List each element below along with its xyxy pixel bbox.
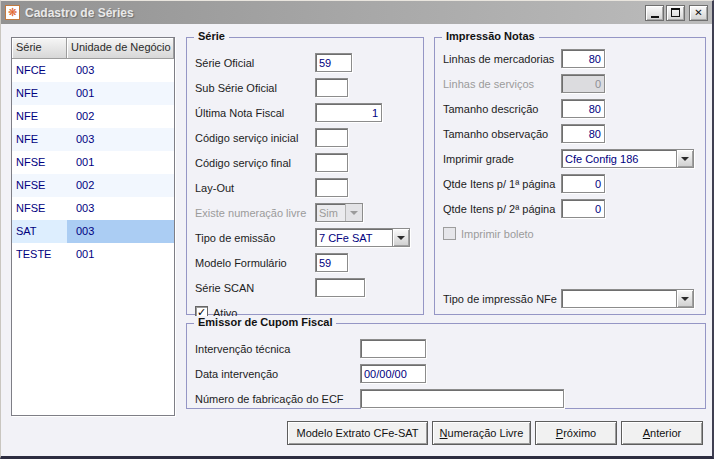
grid-cell-serie[interactable]: NFE <box>12 105 67 128</box>
ultima-nota-fiscal-label: Última Nota Fiscal <box>195 107 315 119</box>
proximo-button[interactable]: Próximo <box>535 421 617 445</box>
grid-column-header-unidade[interactable]: Unidade de Negócio <box>67 38 174 59</box>
tipo-de-emissao-label: Tipo de emissão <box>195 232 315 244</box>
tamanho-descricao-input[interactable]: 80 <box>561 99 605 118</box>
existe-numeracao-livre-dropdown: Sim <box>315 203 363 222</box>
grid-row-sat-003[interactable]: SAT003 <box>12 220 174 243</box>
qtde-itens-1a-pagina-label: Qtde Itens p/ 1ª página <box>443 178 561 190</box>
grid-cell-serie[interactable]: NFE <box>12 128 67 151</box>
modelo-extrato-cfe-sat-button[interactable]: Modelo Extrato CFe-SAT <box>287 421 428 445</box>
modelo-formulario-input[interactable]: 59 <box>315 253 348 272</box>
serie-fields: Série Oficial59Sub Série OficialÚltima N… <box>187 38 423 325</box>
grid-row-nfe-001[interactable]: NFE001 <box>12 82 174 105</box>
tipo-de-emissao-dropdown-button[interactable] <box>392 229 409 246</box>
chevron-down-icon <box>681 297 689 301</box>
linhas-de-mercadorias-input[interactable]: 80 <box>561 49 605 68</box>
grid-cell-unidade[interactable]: 003 <box>67 220 174 243</box>
grid-column-header-serie[interactable]: Série <box>12 38 67 59</box>
existe-numeracao-livre-value: Sim <box>316 207 345 219</box>
qtde-itens-2a-pagina-value: 0 <box>562 203 604 215</box>
intervencao-tecnica-label: Intervenção técnica <box>195 343 360 355</box>
imprimir-grade-label: Imprimir grade <box>443 153 561 165</box>
grid-row-nfse-002[interactable]: NFSE002 <box>12 174 174 197</box>
impressao-fields: Linhas de mercadorias80Linhas de serviço… <box>435 38 705 311</box>
grid-cell-serie[interactable]: NFE <box>12 82 67 105</box>
linhas-de-mercadorias-value: 80 <box>562 53 604 65</box>
groupbox-serie: Série Série Oficial59Sub Série OficialÚl… <box>186 37 424 315</box>
imprimir-grade-dropdown-button[interactable] <box>676 150 693 167</box>
serie-oficial-value: 59 <box>316 57 351 69</box>
data-intervencao-label: Data intervenção <box>195 368 360 380</box>
grid-rows: NFCE003NFE001NFE002NFE003NFSE001NFSE002N… <box>12 59 174 266</box>
grid-cell-unidade[interactable]: 003 <box>67 128 174 151</box>
ultima-nota-fiscal-input[interactable]: 1 <box>315 103 382 122</box>
grid-cell-unidade[interactable]: 002 <box>67 105 174 128</box>
linhas-de-mercadorias-label: Linhas de mercadorias <box>443 53 561 65</box>
grid-cell-serie[interactable]: NFSE <box>12 151 67 174</box>
tipo-de-impressao-nfe-dropdown-button[interactable] <box>676 290 693 307</box>
tipo-de-impressao-nfe-dropdown[interactable] <box>561 289 694 308</box>
numeracao-livre-button[interactable]: Numeração Livre <box>432 421 531 445</box>
linhas-de-servicos-value: 0 <box>562 78 604 90</box>
grid-cell-serie[interactable]: SAT <box>12 220 67 243</box>
grid-row-teste-001[interactable]: TESTE001 <box>12 243 174 266</box>
grid-cell-unidade[interactable]: 003 <box>67 59 174 82</box>
grid-row-nfe-002[interactable]: NFE002 <box>12 105 174 128</box>
grid-row-nfe-003[interactable]: NFE003 <box>12 128 174 151</box>
anterior-button[interactable]: Anterior <box>621 421 703 445</box>
data-intervencao-input[interactable]: 00/00/00 <box>360 364 426 383</box>
serie-oficial-label: Série Oficial <box>195 57 315 69</box>
lay-out-input[interactable] <box>315 178 348 197</box>
close-button[interactable]: ✕ <box>689 5 708 21</box>
serie-scan-input[interactable] <box>315 278 365 297</box>
tamanho-observacao-label: Tamanho observação <box>443 128 561 140</box>
grid-cell-serie[interactable]: TESTE <box>12 243 67 266</box>
grid-cell-unidade[interactable]: 003 <box>67 197 174 220</box>
linhas-de-servicos-input: 0 <box>561 74 605 93</box>
qtde-itens-2a-pagina-label: Qtde Itens p/ 2ª página <box>443 203 561 215</box>
grid-cell-unidade[interactable]: 001 <box>67 82 174 105</box>
series-grid: Série Unidade de Negócio NFCE003NFE001NF… <box>11 37 175 416</box>
chevron-down-icon <box>397 236 405 240</box>
minimize-button[interactable] <box>645 5 664 21</box>
grid-header: Série Unidade de Negócio <box>12 38 174 59</box>
grid-cell-unidade[interactable]: 002 <box>67 174 174 197</box>
qtde-itens-1a-pagina-value: 0 <box>562 178 604 190</box>
close-icon: ✕ <box>694 8 702 18</box>
codigo-servico-inicial-input[interactable] <box>315 128 348 147</box>
sub-serie-oficial-input[interactable] <box>315 78 348 97</box>
grid-row-nfse-001[interactable]: NFSE001 <box>12 151 174 174</box>
qtde-itens-2a-pagina-input[interactable]: 0 <box>561 199 605 218</box>
minimize-icon <box>651 16 659 18</box>
numero-fabricacao-ecf-input[interactable] <box>360 389 564 408</box>
codigo-servico-final-label: Código serviço final <box>195 157 315 169</box>
maximize-button[interactable] <box>666 5 685 21</box>
grid-row-nfce-003[interactable]: NFCE003 <box>12 59 174 82</box>
grid-cell-serie[interactable]: NFSE <box>12 174 67 197</box>
grid-cell-serie[interactable]: NFCE <box>12 59 67 82</box>
grid-cell-serie[interactable]: NFSE <box>12 197 67 220</box>
groupbox-emissor-cupom-fiscal: Emissor de Cupom Fiscal Intervenção técn… <box>186 323 706 409</box>
grid-cell-unidade[interactable]: 001 <box>67 243 174 266</box>
footer-buttons: Modelo Extrato CFe-SATNumeração LivrePró… <box>1 421 706 445</box>
grid-row-nfse-003[interactable]: NFSE003 <box>12 197 174 220</box>
serie-oficial-input[interactable]: 59 <box>315 53 352 72</box>
modelo-formulario-label: Modelo Formulário <box>195 257 315 269</box>
window-title: Cadastro de Séries <box>25 6 640 20</box>
numero-fabricacao-ecf-label: Número de fabricação do ECF <box>195 393 360 405</box>
qtde-itens-1a-pagina-input[interactable]: 0 <box>561 174 605 193</box>
imprimir-boleto-label: Imprimir boleto <box>461 228 534 240</box>
grid-cell-unidade[interactable]: 001 <box>67 151 174 174</box>
tipo-de-impressao-nfe-label: Tipo de impressão NFe <box>443 293 561 305</box>
codigo-servico-inicial-label: Código serviço inicial <box>195 132 315 144</box>
intervencao-tecnica-input[interactable] <box>360 339 426 358</box>
tamanho-descricao-label: Tamanho descrição <box>443 103 561 115</box>
titlebar[interactable]: ❋ Cadastro de Séries ✕ <box>1 1 712 24</box>
tipo-de-emissao-dropdown[interactable]: 7 CFe SAT <box>315 228 410 247</box>
tamanho-observacao-value: 80 <box>562 128 604 140</box>
imprimir-grade-dropdown[interactable]: Cfe Config 186 <box>561 149 694 168</box>
codigo-servico-final-input[interactable] <box>315 153 348 172</box>
linhas-de-servicos-label: Linhas de serviços <box>443 78 561 90</box>
tamanho-descricao-value: 80 <box>562 103 604 115</box>
tamanho-observacao-input[interactable]: 80 <box>561 124 605 143</box>
